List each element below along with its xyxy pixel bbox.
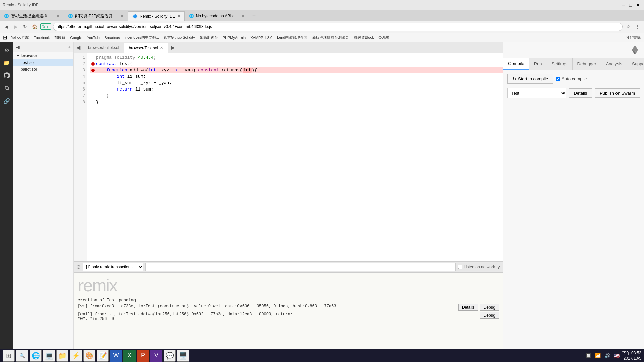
console-debug-btn[interactable]: Debug bbox=[480, 304, 499, 311]
bookmark-linjin[interactable]: 鄰民資 bbox=[52, 34, 67, 41]
file-panel-header: ◀ + bbox=[13, 42, 73, 52]
close-btn[interactable]: ✕ bbox=[636, 2, 640, 8]
stop-icon-btn[interactable]: ⊘ bbox=[2, 45, 12, 55]
tab2-close[interactable]: ✕ bbox=[121, 14, 124, 18]
bookmark-xampp[interactable]: XAMPP 1.8.0 bbox=[248, 35, 274, 40]
tab1-close[interactable]: ✕ bbox=[57, 14, 60, 18]
bookmark-linjin-block[interactable]: 鄰民資Block bbox=[352, 34, 376, 41]
file-item-ballot[interactable]: ballot.sol bbox=[13, 66, 73, 73]
breakpoint-dot-2 bbox=[91, 62, 95, 66]
browser-tabs-bar: 🌐 智彬生活提企業選擇：R... ✕ 🌐 鄰民資-P2P網路借貸平台 ✕ 🔷 R… bbox=[0, 10, 644, 21]
add-file-btn[interactable]: + bbox=[68, 44, 71, 50]
browser-folder[interactable]: ▼ browser bbox=[13, 52, 73, 59]
taskbar-icon-paint[interactable]: 🎨 bbox=[83, 350, 95, 362]
github-icon-btn[interactable] bbox=[2, 70, 12, 80]
taskbar-search-btn[interactable]: 🔍 bbox=[16, 350, 28, 362]
taskbar-icon-store[interactable]: ⚡ bbox=[70, 350, 82, 362]
tab3-close[interactable]: ✕ bbox=[177, 14, 180, 18]
taskbar-icon-files[interactable]: 📁 bbox=[56, 350, 68, 362]
editor-tab-right-btn[interactable]: ▶ bbox=[168, 44, 177, 51]
taskbar-icon-other[interactable]: 🖥️ bbox=[177, 350, 189, 362]
code-solidity: solidity bbox=[114, 55, 138, 60]
browser-tab-1[interactable]: 🌐 智彬生活提企業選擇：R... ✕ bbox=[0, 11, 64, 21]
reload-btn[interactable]: ↻ bbox=[21, 23, 29, 31]
forward-btn[interactable]: ▶ bbox=[12, 23, 19, 31]
browser-tab-4[interactable]: 🌐 No bytecode,no ABI cc... ✕ bbox=[185, 11, 249, 21]
tab-run[interactable]: Run bbox=[529, 58, 547, 70]
bookmark-phpmyadmin[interactable]: PHPMyAdmin bbox=[221, 35, 248, 40]
contract-select[interactable]: Test bbox=[507, 88, 566, 98]
taskbar-icon-line[interactable]: 💬 bbox=[164, 350, 176, 362]
tab-support[interactable]: Support bbox=[627, 58, 644, 70]
tab4-close[interactable]: ✕ bbox=[241, 14, 245, 18]
taskbar-icon-powerpoint[interactable]: P bbox=[137, 350, 149, 362]
code-line-8: } bbox=[90, 99, 503, 105]
publish-on-swarm-btn[interactable]: Publish on Swarm bbox=[595, 88, 640, 98]
console-filter-select[interactable]: [1] only remix transactions bbox=[83, 263, 143, 271]
bookmark-google[interactable]: Google bbox=[68, 35, 84, 40]
star-btn[interactable]: ☆ bbox=[625, 23, 632, 31]
bookmark-blockchain[interactable]: 新版區塊鏈前台測試頁 bbox=[310, 34, 351, 41]
editor-tab-left-btn[interactable]: ◀ bbox=[74, 44, 83, 51]
tab-compile[interactable]: Compile bbox=[503, 58, 529, 70]
minimize-btn[interactable]: ─ bbox=[622, 2, 625, 8]
link-icon-btn[interactable]: 🔗 bbox=[2, 96, 12, 106]
tab-settings[interactable]: Settings bbox=[547, 58, 573, 70]
address-bar[interactable] bbox=[53, 23, 623, 31]
bookmark-incentives[interactable]: incentives的中文翻... bbox=[123, 34, 161, 41]
start-compile-btn[interactable]: ↻ Start to compile bbox=[507, 74, 553, 84]
console-search-input[interactable] bbox=[145, 263, 456, 271]
apps-icon[interactable]: ⊞ bbox=[1, 34, 8, 41]
tab-debugger[interactable]: Debugger bbox=[573, 58, 601, 70]
taskbar-icon-excel[interactable]: X bbox=[123, 350, 136, 362]
console-details-btn[interactable]: Details bbox=[458, 304, 478, 311]
tray-icon-2[interactable]: 📶 bbox=[594, 352, 602, 360]
console-area: ⊘ [1] only remix transactions Listen on … bbox=[74, 261, 503, 349]
tab-analysis[interactable]: Analysis bbox=[601, 58, 627, 70]
taskbar-icon-explorer[interactable]: 💻 bbox=[43, 350, 55, 362]
console-debug-btn2[interactable]: Debug bbox=[480, 312, 499, 319]
console-listen-checkbox[interactable] bbox=[458, 265, 462, 269]
console-expand-btn[interactable]: ∨ bbox=[497, 264, 500, 270]
auto-compile-checkbox[interactable] bbox=[556, 77, 560, 81]
bookmark-others[interactable]: 其他書籤 bbox=[624, 34, 643, 41]
file-item-test[interactable]: Test.sol bbox=[13, 59, 73, 66]
taskbar-icon-edge[interactable]: 🌐 bbox=[30, 350, 42, 362]
code-editor[interactable]: 1 2 3 4 5 6 7 8 pragma solidity ^0.4.4; bbox=[74, 53, 503, 261]
start-btn[interactable]: ⊞ bbox=[3, 350, 15, 362]
bookmark-youtube[interactable]: YouTube · Broadcas bbox=[85, 35, 122, 40]
bookmark-github-solidity[interactable]: 官方Github Solidity bbox=[162, 34, 197, 41]
bookmark-lend[interactable]: Lend副試管理介面 bbox=[275, 34, 309, 41]
details-btn[interactable]: Details bbox=[569, 88, 592, 98]
editor-tab-test[interactable]: browser/Test.sol ✕ bbox=[124, 43, 168, 53]
tray-icon-4[interactable]: 🇺🇸 bbox=[613, 352, 621, 360]
console-vm-entry: [vm] from:0xca3...a733c, to:Test.(constr… bbox=[78, 304, 499, 311]
taskbar-icon-word[interactable]: W bbox=[110, 350, 122, 362]
bookmark-yahong[interactable]: 亞鴻燁 bbox=[376, 34, 391, 41]
home-btn[interactable]: 🏠 bbox=[31, 23, 38, 31]
browser-tab-2[interactable]: 🌐 鄰民資-P2P網路借貸平台 ✕ bbox=[64, 11, 128, 21]
taskbar-icon-notepad[interactable]: 📝 bbox=[97, 350, 109, 362]
tray-time[interactable]: 下午 03:53 2017/10/5 bbox=[622, 350, 641, 361]
copy-icon-btn[interactable]: ⧉ bbox=[2, 83, 12, 93]
file-panel: ◀ + ▼ browser Test.sol ballot.sol bbox=[13, 42, 74, 349]
bookmarks-bar: ⊞ Yahoo奇摩 Facebook 鄰民資 Google YouTube · … bbox=[0, 33, 644, 42]
bookmark-facebook[interactable]: Facebook bbox=[32, 35, 52, 40]
bookmark-linjin-backend[interactable]: 鄰民斯後台 bbox=[198, 34, 220, 41]
new-tab-btn[interactable]: + bbox=[249, 11, 259, 21]
bookmark-yahoomobile[interactable]: Yahoo奇摩 bbox=[9, 34, 31, 41]
editor-tab-ballot[interactable]: browser/ballot.sol bbox=[83, 43, 124, 53]
tab4-label: No bytecode,no ABI cc... bbox=[196, 14, 239, 18]
collapse-panel-btn[interactable]: ◀ bbox=[16, 44, 20, 50]
files-icon-btn[interactable]: 📁 bbox=[2, 58, 12, 68]
tray-icon-3[interactable]: 🔊 bbox=[603, 352, 611, 360]
taskbar-icon-vs[interactable]: V bbox=[150, 350, 162, 362]
tray-icon-1[interactable]: 🔲 bbox=[585, 352, 593, 360]
console-listen-text: Listen on network bbox=[464, 265, 495, 269]
nav-bar: ◀ ▶ ↻ 🏠 安全 ☆ ⋮ bbox=[0, 21, 644, 33]
back-btn[interactable]: ◀ bbox=[3, 23, 10, 31]
maximize-btn[interactable]: □ bbox=[629, 2, 632, 8]
browser-tab-3[interactable]: 🔷 Remix - Solidity IDE ✕ bbox=[128, 11, 185, 21]
settings-btn[interactable]: ⋮ bbox=[634, 23, 641, 31]
editor-tab-test-close[interactable]: ✕ bbox=[160, 46, 163, 50]
